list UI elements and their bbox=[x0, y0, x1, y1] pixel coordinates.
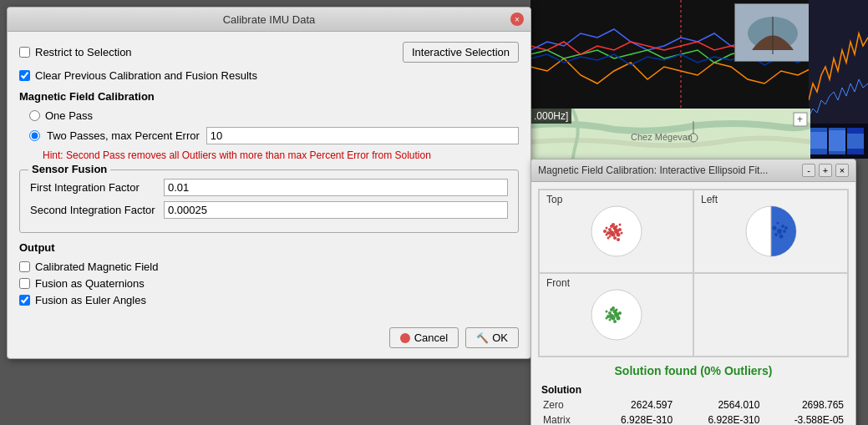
calibrate-dialog: Calibrate IMU Data × Restrict to Selecti… bbox=[7, 7, 531, 359]
cal-mag-checkbox[interactable] bbox=[19, 261, 30, 272]
mag-window-controls: - + × bbox=[802, 164, 849, 177]
restrict-row: Restrict to Selection bbox=[19, 46, 132, 58]
one-pass-row: One Pass bbox=[29, 109, 519, 122]
restrict-checkbox[interactable] bbox=[19, 47, 30, 58]
dialog-body: Restrict to Selection Interactive Select… bbox=[8, 32, 530, 321]
fusion-euler-row: Fusion as Euler Angles bbox=[19, 294, 519, 306]
svg-rect-12 bbox=[847, 134, 864, 149]
battery-chart bbox=[809, 124, 868, 159]
top-sphere-svg bbox=[588, 203, 645, 260]
zero-label: Zero bbox=[538, 397, 591, 412]
svg-point-48 bbox=[779, 235, 783, 239]
front-sphere-cell: Front bbox=[539, 273, 693, 357]
output-title: Output bbox=[19, 241, 519, 254]
mag-cal-window: Magnetic Field Calibration: Interactive … bbox=[530, 159, 856, 425]
svg-point-36 bbox=[617, 238, 620, 241]
svg-point-37 bbox=[620, 232, 622, 235]
fusion-quat-label: Fusion as Quaternions bbox=[35, 277, 145, 290]
fusion-quat-row: Fusion as Quaternions bbox=[19, 277, 519, 290]
svg-point-67 bbox=[605, 317, 607, 320]
solution-table: Zero 2624.597 2564.010 2698.765 Matrix 6… bbox=[538, 397, 849, 425]
svg-point-29 bbox=[613, 236, 617, 240]
svg-point-65 bbox=[612, 306, 615, 310]
left-sphere-label: Left bbox=[701, 194, 718, 205]
cancel-icon bbox=[400, 333, 410, 343]
svg-point-46 bbox=[774, 233, 778, 236]
left-sphere-cell: Left bbox=[693, 190, 848, 273]
svg-rect-5 bbox=[809, 0, 868, 124]
button-row: Cancel 🔨 OK bbox=[8, 321, 530, 358]
mag-cal-header: Magnetic Field Calibration bbox=[19, 90, 519, 103]
ok-button[interactable]: 🔨 OK bbox=[465, 327, 519, 348]
cal-mag-row: Calibrated Magnetic Field bbox=[19, 261, 519, 273]
two-pass-radio[interactable] bbox=[29, 130, 40, 141]
svg-point-28 bbox=[616, 233, 620, 237]
top-sphere-cell: Top bbox=[539, 190, 693, 273]
svg-point-30 bbox=[603, 230, 607, 233]
map-svg: Chez Mégevan + bbox=[530, 109, 810, 163]
clear-row: Clear Previous Calibration and Fusion Re… bbox=[19, 69, 519, 82]
matrix-r1c1: 6.928E-310 bbox=[591, 412, 678, 425]
svg-point-31 bbox=[618, 228, 622, 231]
matrix-label: Matrix bbox=[538, 412, 591, 425]
svg-text:Chez Mégevan: Chez Mégevan bbox=[631, 132, 693, 142]
camera-preview bbox=[735, 4, 810, 62]
top-sphere-label: Top bbox=[546, 194, 562, 205]
clear-checkbox[interactable] bbox=[19, 70, 30, 81]
output-section: Output Calibrated Magnetic Field Fusion … bbox=[19, 241, 519, 306]
map-area: Chez Mégevan + bbox=[530, 109, 810, 163]
empty-sphere-cell bbox=[693, 273, 848, 357]
solution-found-text: Solution found (0% Outliers) bbox=[538, 364, 849, 377]
two-pass-row: Two Passes, max Percent Error bbox=[29, 127, 519, 144]
svg-point-63 bbox=[618, 311, 622, 315]
fusion-euler-label: Fusion as Euler Angles bbox=[35, 294, 146, 306]
one-pass-radio[interactable] bbox=[29, 110, 40, 121]
dialog-close-button[interactable]: × bbox=[510, 13, 524, 26]
sensor-fusion-group: Sensor Fusion First Integration Factor S… bbox=[19, 169, 519, 233]
mag-close-button[interactable]: × bbox=[835, 164, 849, 177]
second-factor-label: Second Integration Factor bbox=[30, 204, 164, 216]
cancel-label: Cancel bbox=[414, 331, 448, 344]
svg-point-56 bbox=[611, 316, 615, 321]
dialog-title: Calibrate IMU Data bbox=[28, 13, 510, 26]
svg-point-44 bbox=[772, 226, 776, 230]
clear-label: Clear Previous Calibration and Fusion Re… bbox=[35, 69, 257, 82]
ok-label: OK bbox=[492, 331, 508, 344]
svg-point-33 bbox=[612, 223, 615, 226]
mag-maximize-button[interactable]: + bbox=[819, 164, 832, 177]
sphere-grid: Top Left bbox=[538, 189, 849, 357]
first-factor-input[interactable] bbox=[164, 179, 508, 196]
fusion-quat-checkbox[interactable] bbox=[19, 278, 30, 289]
hint-text: Hint: Second Pass removes all Outliers w… bbox=[43, 149, 519, 161]
svg-point-50 bbox=[776, 222, 779, 225]
battery-chart-svg bbox=[809, 124, 868, 159]
sensor-fusion-label: Sensor Fusion bbox=[28, 163, 110, 175]
fusion-euler-checkbox[interactable] bbox=[19, 295, 30, 306]
zero-v2: 2564.010 bbox=[678, 397, 764, 412]
svg-point-27 bbox=[605, 227, 607, 230]
front-sphere-svg bbox=[588, 286, 645, 343]
first-factor-label: First Integration Factor bbox=[30, 181, 164, 194]
matrix-row1: Matrix 6.928E-310 6.928E-310 -3.588E-05 bbox=[538, 412, 849, 425]
matrix-r1c2: 6.928E-310 bbox=[678, 412, 764, 425]
svg-point-64 bbox=[608, 319, 611, 321]
svg-point-45 bbox=[777, 229, 782, 234]
max-percent-input[interactable] bbox=[206, 127, 519, 144]
cancel-button[interactable]: Cancel bbox=[389, 327, 459, 348]
svg-point-23 bbox=[611, 233, 615, 237]
mag-titlebar: Magnetic Field Calibration: Interactive … bbox=[531, 159, 855, 182]
cal-mag-label: Calibrated Magnetic Field bbox=[35, 261, 158, 273]
hz-label: .000Hz] bbox=[530, 109, 571, 124]
one-pass-label: One Pass bbox=[45, 109, 93, 122]
svg-point-66 bbox=[615, 309, 617, 311]
svg-text:+: + bbox=[797, 114, 803, 125]
mag-minimize-button[interactable]: - bbox=[802, 164, 815, 177]
svg-point-35 bbox=[605, 234, 607, 236]
svg-point-47 bbox=[781, 225, 784, 228]
second-factor-input[interactable] bbox=[164, 201, 508, 219]
svg-point-34 bbox=[615, 225, 617, 228]
ok-icon: 🔨 bbox=[476, 332, 488, 344]
first-factor-row: First Integration Factor bbox=[30, 179, 508, 196]
radio-group: One Pass Two Passes, max Percent Error bbox=[29, 109, 519, 144]
interactive-selection-button[interactable]: Interactive Selection bbox=[403, 42, 519, 63]
